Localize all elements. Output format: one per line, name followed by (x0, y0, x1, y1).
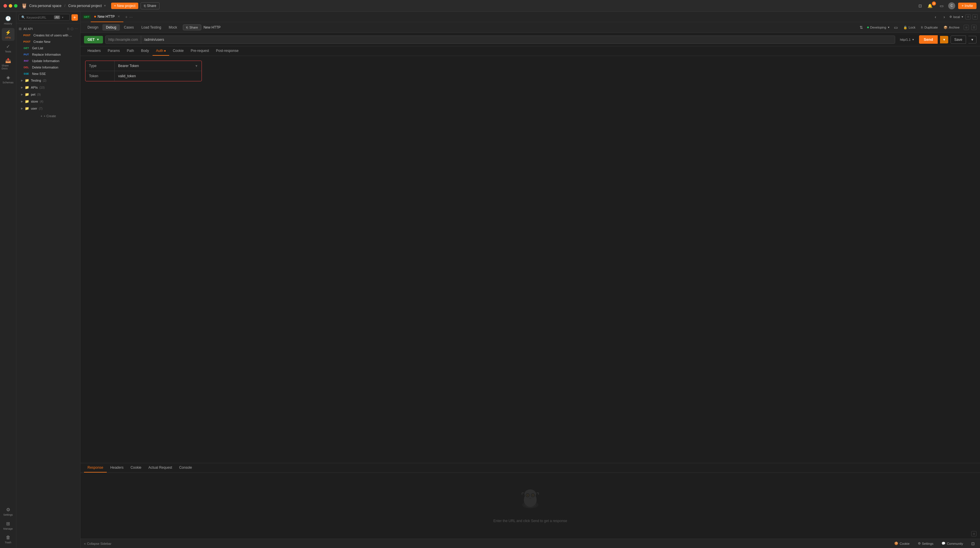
req-tab-cookie[interactable]: Cookie (169, 46, 187, 56)
list-item[interactable]: SSE New SSE (16, 70, 80, 77)
cookie-icon: 🍪 (894, 542, 898, 545)
fullscreen-icon[interactable]: ⊡ (964, 25, 969, 30)
project-name: Cora personal project (68, 4, 102, 8)
share-button[interactable]: ⎗ Share (141, 2, 159, 10)
url-bar: GET ▼ http://example.com http/1.1 ▼ Send… (81, 33, 980, 46)
settings-panel-icon[interactable]: ☰ (971, 25, 977, 30)
sidebar-item-label: Schemas (3, 81, 14, 84)
send-dropdown-button[interactable]: ▼ (940, 36, 948, 43)
search-input[interactable] (27, 16, 53, 19)
resp-tab-headers[interactable]: Headers (107, 463, 127, 472)
avatar[interactable]: C (948, 2, 955, 10)
list-item[interactable]: PUT Replace Information (16, 51, 80, 58)
environment-selector[interactable]: ⚙ local ▼ (950, 15, 964, 19)
tab-more-button[interactable]: ··· (129, 14, 133, 19)
chevron-down-icon[interactable]: ▼ (191, 64, 202, 68)
community-button[interactable]: 💬 Community (940, 541, 965, 546)
expand-icon[interactable]: ⊡ (966, 14, 970, 19)
search-box: 🔍 All ▼ (19, 14, 70, 21)
sidebar-item-history[interactable]: 🕐 History (2, 14, 14, 27)
folder-item-store[interactable]: ▶ 📁 store (4) (16, 98, 80, 105)
send-button[interactable]: Send (919, 35, 938, 44)
tab-add-button[interactable]: + (123, 14, 129, 19)
cookie-button[interactable]: 🍪 Cookie (892, 541, 911, 546)
layout-button[interactable]: ▭ (938, 2, 945, 10)
req-tab-post-response[interactable]: Post-response (213, 46, 242, 56)
resp-tab-console[interactable]: Console (176, 463, 196, 472)
settings-button[interactable]: ⚙ Settings (916, 541, 935, 546)
env-selector[interactable]: Developing ▼ (867, 25, 890, 29)
tab-new-http[interactable]: New HTTP ✕ (91, 12, 124, 22)
folder-item-apis[interactable]: ▶ 📁 APIs (10) (16, 84, 80, 91)
screen-btn[interactable]: ⊡ (917, 2, 924, 10)
sidebar-item-settings[interactable]: ⚙ Settings (2, 505, 14, 518)
tab-mock[interactable]: Mock (165, 24, 181, 30)
nav-back-button[interactable]: ‹ (932, 13, 939, 21)
method-selector[interactable]: GET ▼ (84, 36, 103, 43)
list-item[interactable]: POST Create New (16, 38, 80, 45)
maximize-button[interactable] (14, 4, 18, 8)
save-button[interactable]: Save (951, 36, 966, 44)
chevron-down-icon: ▼ (887, 26, 890, 29)
lock-button[interactable]: 🔒 Lock (902, 25, 917, 30)
share-toolbar-button[interactable]: ⎗ Share (183, 24, 201, 30)
resp-tab-cookie[interactable]: Cookie (127, 463, 145, 472)
sidebar-item-share-docs[interactable]: 📤 Share Docs (2, 56, 14, 72)
resp-tab-response[interactable]: Response (84, 463, 107, 472)
all-api-section[interactable]: ⊞ All API ⎘ ⬡ ⋯ (16, 25, 80, 32)
expand-icon-2[interactable]: ⊟ (972, 14, 978, 19)
folder-item-pet[interactable]: ▶ 📁 pet (9) (16, 91, 80, 98)
auth-token-value[interactable]: valid_token (115, 71, 202, 81)
close-button[interactable] (3, 4, 7, 8)
folder-item-user[interactable]: ▶ 📁 user (7) (16, 105, 80, 112)
expand-response-button[interactable]: ⊡ (971, 531, 977, 536)
archive-button[interactable]: 📦 Archive (942, 25, 961, 30)
copy-icon[interactable]: ⎘ (67, 27, 69, 31)
list-item[interactable]: DEL Delete Information (16, 64, 80, 70)
method-badge: POST (22, 40, 32, 43)
folder-icon: 📁 (25, 99, 29, 103)
sidebar-item-trash[interactable]: 🗑 Trash (2, 533, 14, 546)
req-tab-body[interactable]: Body (137, 46, 152, 56)
list-item[interactable]: GET Get List (16, 45, 80, 51)
sidebar-item-schemas[interactable]: ◈ Schemas (2, 73, 14, 86)
duplicate-button[interactable]: ⎘ Duplicate (920, 25, 939, 30)
app-logo: 🦉 (21, 3, 27, 9)
settings-icon[interactable]: ⬡ (71, 27, 73, 31)
tab-design[interactable]: Design (84, 24, 102, 30)
add-api-button[interactable]: + (72, 14, 78, 21)
more-icon[interactable]: ⋯ (75, 27, 78, 31)
save-dropdown-button[interactable]: ▼ (968, 36, 977, 43)
req-tab-headers[interactable]: Headers (84, 46, 104, 56)
list-item[interactable]: PAT Update Information (16, 58, 80, 64)
url-path-input[interactable] (141, 36, 895, 43)
req-tab-params[interactable]: Params (104, 46, 123, 56)
req-tab-path[interactable]: Path (123, 46, 138, 56)
new-project-button[interactable]: + New project (111, 3, 138, 9)
filter-badge[interactable]: All (54, 16, 60, 19)
all-api-label: All API (23, 27, 33, 30)
resp-tab-actual-request[interactable]: Actual Request (145, 463, 176, 472)
tab-debug[interactable]: Debug (102, 24, 119, 30)
duplicate-icon: ⎘ (921, 25, 923, 29)
folder-item-testing[interactable]: ▶ 📁 Testing (2) (16, 77, 80, 84)
layout-icon[interactable]: ▭ (892, 24, 899, 31)
invite-button[interactable]: + Invite (958, 3, 977, 9)
req-tab-pre-request[interactable]: Pre-request (187, 46, 213, 56)
fullscreen-bottom-button[interactable]: ⊡ (969, 540, 977, 547)
tab-cases[interactable]: Cases (121, 24, 137, 30)
tab-load-testing[interactable]: Load Testing (138, 24, 165, 30)
sidebar-item-apis[interactable]: ⚡ APIs (2, 28, 14, 41)
list-item[interactable]: POST Creates list of users with ... (16, 32, 80, 38)
sidebar-item-tests[interactable]: ✓ Tests (2, 42, 14, 55)
auth-type-value[interactable]: Bearer Token (115, 61, 191, 71)
filter-icon[interactable]: ⇅ (858, 24, 865, 31)
http-version-selector[interactable]: http/1.1 ▼ (897, 38, 917, 41)
tab-close-icon[interactable]: ✕ (118, 15, 120, 18)
sidebar-item-manage[interactable]: ⊞ Manage (2, 519, 14, 532)
create-button[interactable]: + + Create (16, 112, 80, 120)
nav-forward-button[interactable]: › (940, 13, 948, 21)
minimize-button[interactable] (9, 4, 12, 8)
req-tab-auth[interactable]: Auth (153, 46, 169, 56)
collapse-sidebar-button[interactable]: « Collapse Sidebar (84, 542, 111, 545)
